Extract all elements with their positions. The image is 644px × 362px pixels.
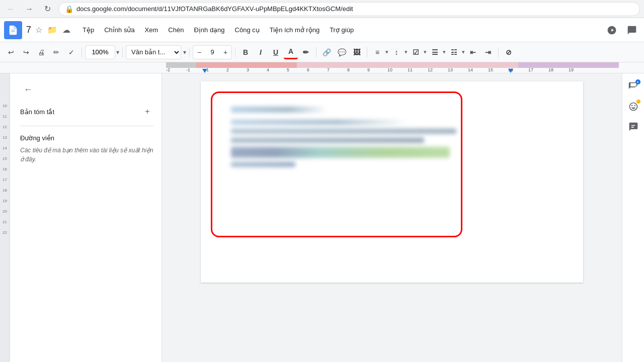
font-size-decrease-button[interactable]: − <box>193 45 205 59</box>
menu-view[interactable]: Xem <box>140 23 164 37</box>
doc-line-5-group <box>231 147 553 158</box>
menu-extensions[interactable]: Tiện ích mở rộng <box>265 23 325 37</box>
ruler-left-margin <box>166 62 196 68</box>
margin-14: 14 <box>3 146 7 150</box>
ruler-blue-marker-right <box>508 69 513 73</box>
star-button[interactable]: ☆ <box>34 24 43 36</box>
ruler-num10: 10 <box>387 67 392 72</box>
link-button[interactable]: 🔗 <box>319 45 334 59</box>
add-comment-button[interactable]: + <box>624 77 642 96</box>
font-size-input[interactable]: 9 <box>205 46 219 59</box>
ruler: -2 -1 1 2 3 4 5 6 7 8 9 10 11 12 13 14 1… <box>0 62 644 73</box>
bulletlist-dropdown-icon[interactable]: ▾ <box>443 49 446 55</box>
bulletlist-button[interactable]: ☰ <box>428 45 442 59</box>
menu-format[interactable]: Định dạng <box>189 23 229 37</box>
ruler-num4: 4 <box>267 67 269 72</box>
menu-file[interactable]: Tệp <box>77 23 99 37</box>
summary-section-title: Bản tóm tắt + <box>20 106 153 118</box>
align-dropdown-icon[interactable]: ▾ <box>385 49 388 55</box>
ruler-num2: 2 <box>226 67 229 72</box>
right-sidebar: + <box>622 73 644 362</box>
ruler-num13: 13 <box>448 67 453 72</box>
history-button[interactable] <box>604 22 620 38</box>
sidebar-back-button[interactable]: ← <box>20 81 36 98</box>
summary-add-button[interactable]: + <box>141 106 153 118</box>
margin-18: 18 <box>3 188 7 193</box>
font-color-button[interactable]: A <box>284 45 298 59</box>
redo-button[interactable]: ↪ <box>19 45 33 59</box>
ruler-num7: 7 <box>327 67 330 72</box>
cloud-button[interactable]: ☁ <box>61 24 71 36</box>
margin-11: 11 <box>3 114 7 119</box>
margin-17: 17 <box>3 177 7 182</box>
ruler-num14: 14 <box>468 67 473 72</box>
font-family-dropdown-icon[interactable]: ▾ <box>183 49 186 56</box>
ruler-num11: 11 <box>408 67 413 72</box>
align-button[interactable]: ≡ <box>370 45 384 59</box>
doc-title[interactable]: 7 <box>26 25 31 35</box>
font-size-control: − 9 + <box>193 45 232 59</box>
print-button[interactable]: 🖨 <box>34 45 48 59</box>
indent-inc-button[interactable]: ⇥ <box>481 45 495 59</box>
sep3 <box>189 47 190 57</box>
linespace-button[interactable]: ↕ <box>389 45 404 59</box>
back-nav-button[interactable]: ← <box>4 2 18 16</box>
menu-insert[interactable]: Chèn <box>163 23 189 37</box>
forward-nav-button[interactable]: → <box>22 2 36 16</box>
sidebar-content: ← Bản tóm tắt + Đường viền Các tiêu đề m… <box>20 81 153 164</box>
doc-line-2 <box>231 120 408 125</box>
underline-button[interactable]: U <box>269 45 283 59</box>
document-page <box>201 81 583 283</box>
insert-image-button[interactable]: 🖼 <box>350 45 364 59</box>
main-area: 10 11 12 13 14 15 16 17 18 19 20 21 22 ←… <box>0 73 644 362</box>
ruler-blue-marker <box>202 69 207 73</box>
numlist-button[interactable]: ☷ <box>447 45 461 59</box>
italic-button[interactable]: I <box>254 45 268 59</box>
folder-button[interactable]: 📁 <box>46 24 58 36</box>
left-margin-ruler: 10 11 12 13 14 15 16 17 18 19 20 21 22 <box>0 73 10 362</box>
suggest-edits-button[interactable] <box>624 118 642 136</box>
emoji-react-button[interactable] <box>624 98 642 116</box>
reload-button[interactable]: ↻ <box>40 2 54 16</box>
font-size-increase-button[interactable]: + <box>219 45 231 59</box>
ruler-num12: 12 <box>428 67 433 72</box>
spellcheck-button[interactable]: ✓ <box>64 45 78 59</box>
ruler-num6: 6 <box>307 67 309 72</box>
checklist-dropdown-icon[interactable]: ▾ <box>424 49 427 55</box>
insert-comment-button[interactable]: 💬 <box>335 45 349 59</box>
ruler-num5: 5 <box>287 67 289 72</box>
highlight-button[interactable]: ✏ <box>299 45 313 59</box>
browser-bar: ← → ↻ 🔒 docs.google.com/document/d/11VJf… <box>0 0 644 18</box>
numlist-dropdown-icon[interactable]: ▾ <box>462 49 465 55</box>
notification-dot <box>636 100 640 104</box>
address-bar[interactable]: 🔒 docs.google.com/document/d/11VJfOTANRG… <box>58 2 640 16</box>
margin-12: 12 <box>3 125 7 129</box>
lock-icon: 🔒 <box>65 5 73 13</box>
font-family-select[interactable]: Văn bản t... <box>126 45 181 59</box>
menu-edit[interactable]: Chỉnh sửa <box>99 23 139 37</box>
linespace-dropdown-icon[interactable]: ▾ <box>405 49 408 55</box>
ruler-num19: 19 <box>569 67 574 72</box>
clear-format-button[interactable]: ⊘ <box>502 45 516 59</box>
menu-tools[interactable]: Công cụ <box>230 23 265 37</box>
app-bar-right <box>604 22 640 38</box>
undo-button[interactable]: ↩ <box>4 45 18 59</box>
checklist-button[interactable]: ☑ <box>409 45 423 59</box>
url-text: docs.google.com/document/d/11VJfOTANRGaB… <box>76 5 353 13</box>
chat-button[interactable] <box>624 22 640 38</box>
zoom-dropdown-icon[interactable]: ▾ <box>116 49 119 56</box>
margin-20: 20 <box>3 209 7 214</box>
zoom-display[interactable]: 100% <box>85 45 115 59</box>
sep7 <box>498 47 499 57</box>
menu-help[interactable]: Trợ giúp <box>325 23 359 37</box>
outline-title: Đường viền <box>20 134 153 142</box>
bold-button[interactable]: B <box>238 45 253 59</box>
ruler-num8: 8 <box>347 67 350 72</box>
doc-area[interactable] <box>162 73 622 362</box>
doc-line-highlighted <box>231 147 450 158</box>
paintformat-button[interactable]: ✏ <box>49 45 63 59</box>
indent-dec-button[interactable]: ⇤ <box>466 45 480 59</box>
ruler-num-1: -1 <box>186 67 190 72</box>
margin-19: 19 <box>3 199 7 203</box>
sep2 <box>122 47 123 57</box>
